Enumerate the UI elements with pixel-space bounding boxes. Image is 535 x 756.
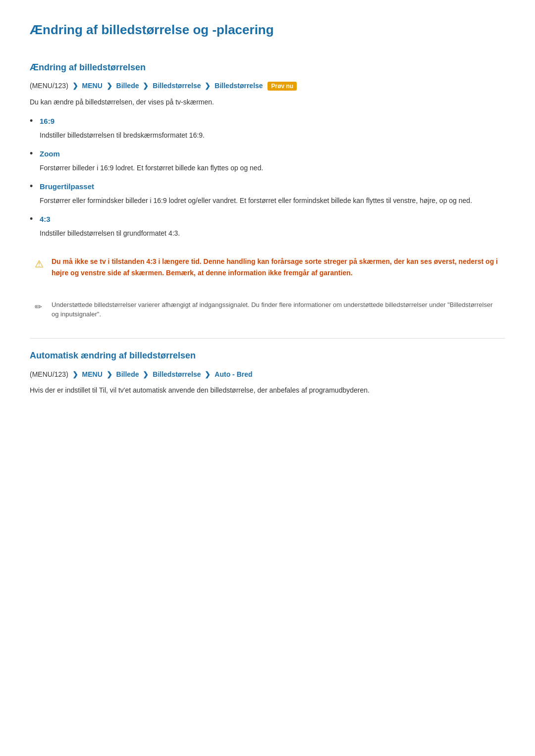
breadcrumb-arrow-1: ❯ — [72, 82, 80, 90]
breadcrumb-arrow-3: ❯ — [143, 82, 151, 90]
desc-brugertilpasset: Forstørrer eller formindsker billeder i … — [40, 197, 472, 204]
breadcrumb-crumb-1: MENU — [82, 82, 103, 90]
breadcrumb-crumb-3: Billedstørrelse — [153, 82, 201, 90]
breadcrumb-prefix: (MENU/123) — [30, 82, 68, 90]
warning-text: Du må ikke se tv i tilstanden 4:3 i læng… — [52, 256, 498, 278]
section1-title: Ændring af billedstørrelsen — [30, 60, 505, 75]
section1-intro: Du kan ændre på billedstørrelsen, der vi… — [30, 97, 505, 107]
try-now-badge[interactable]: Prøv nu — [268, 82, 297, 91]
section2-title: Automatisk ændring af billedstørrelsen — [30, 349, 505, 363]
list-item-zoom: Zoom Forstørrer billeder i 16:9 lodret. … — [30, 148, 505, 174]
breadcrumb-arrow-4: ❯ — [205, 82, 213, 90]
list-item-169: 16:9 Indstiller billedstørrelsen til bre… — [30, 115, 505, 141]
warning-box: ⚠ Du må ikke se tv i tilstanden 4:3 i læ… — [30, 249, 505, 285]
breadcrumb2-crumb-3: Billedstørrelse — [153, 370, 201, 378]
warning-icon: ⚠ — [35, 256, 44, 272]
breadcrumb2-arrow-2: ❯ — [107, 370, 114, 378]
breadcrumb-arrow-2: ❯ — [107, 82, 114, 90]
desc-43: Indstiller billedstørrelsen til grundfor… — [40, 229, 180, 237]
breadcrumb-crumb-2: Billede — [116, 82, 139, 90]
breadcrumb2-crumb-2: Billede — [116, 370, 139, 378]
breadcrumb2-prefix: (MENU/123) — [30, 370, 68, 378]
breadcrumb2-arrow-4: ❯ — [205, 370, 213, 378]
section2: Automatisk ændring af billedstørrelsen (… — [30, 349, 505, 396]
term-169: 16:9 — [40, 115, 505, 127]
breadcrumb2-arrow-1: ❯ — [72, 370, 80, 378]
breadcrumb2-crumb-1: MENU — [82, 370, 103, 378]
section-divider — [30, 338, 505, 339]
term-zoom: Zoom — [40, 148, 505, 160]
term-43: 4:3 — [40, 213, 505, 225]
breadcrumb2-arrow-3: ❯ — [143, 370, 151, 378]
desc-169: Indstiller billedstørrelsen til bredskær… — [40, 131, 205, 139]
note-box: ✏ Understøttede billedstørrelser variere… — [30, 295, 505, 324]
breadcrumb-crumb-4: Billedstørrelse — [214, 82, 263, 90]
list-item-brugertilpasset: Brugertilpasset Forstørrer eller formind… — [30, 181, 505, 206]
breadcrumb-2: (MENU/123) ❯ MENU ❯ Billede ❯ Billedstør… — [30, 369, 505, 380]
list-item-43: 4:3 Indstiller billedstørrelsen til grun… — [30, 213, 505, 239]
term-brugertilpasset: Brugertilpasset — [40, 181, 505, 193]
section2-body: Hvis der er indstillet til Til, vil tv'e… — [30, 385, 505, 396]
breadcrumb2-crumb-4: Auto - Bred — [214, 370, 252, 378]
breadcrumb-1: (MENU/123) ❯ MENU ❯ Billede ❯ Billedstør… — [30, 80, 505, 91]
bullet-list: 16:9 Indstiller billedstørrelsen til bre… — [30, 115, 505, 239]
note-text: Understøttede billedstørrelser varierer … — [52, 300, 500, 319]
pencil-icon: ✏ — [35, 300, 42, 314]
desc-zoom: Forstørrer billeder i 16:9 lodret. Et fo… — [40, 164, 263, 172]
page-title: Ændring af billedstørrelse og -placering — [30, 20, 505, 46]
